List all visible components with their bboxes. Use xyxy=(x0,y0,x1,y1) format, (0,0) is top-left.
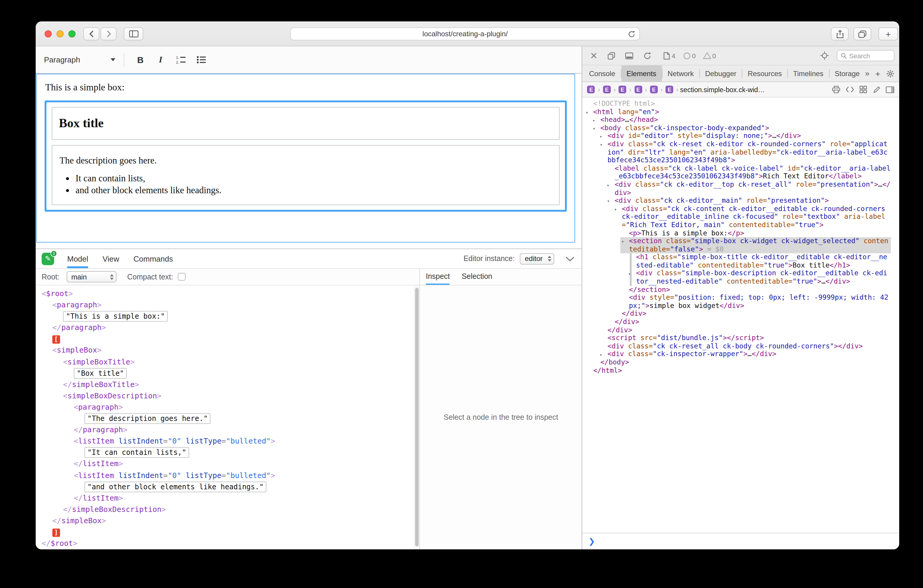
root-select[interactable]: main xyxy=(67,271,117,283)
model-tree-node[interactable]: </listItem> xyxy=(36,458,419,470)
more-tabs-button[interactable]: » xyxy=(865,69,869,78)
forward-button[interactable] xyxy=(100,27,117,40)
zoom-window-button[interactable] xyxy=(68,30,76,38)
layout-grid-button[interactable] xyxy=(859,85,867,94)
compact-text-checkbox[interactable] xyxy=(178,273,186,281)
tab-inspect[interactable]: Inspect xyxy=(426,269,450,285)
tab-debugger[interactable]: Debugger xyxy=(700,66,742,81)
model-tree-node[interactable]: </paragraph> xyxy=(36,424,419,435)
bold-button[interactable]: B xyxy=(130,50,151,69)
inspector-tab-model[interactable]: Model xyxy=(67,249,88,268)
collapse-arrow-icon[interactable]: ▾ xyxy=(621,238,624,246)
collapse-arrow-icon[interactable]: ▾ xyxy=(607,197,610,205)
dom-tree-node[interactable]: </section> xyxy=(583,286,891,294)
scrollbar-thumb[interactable] xyxy=(415,288,419,546)
expand-arrow-icon[interactable]: ▸ xyxy=(600,133,603,141)
italic-button[interactable]: I xyxy=(151,50,171,69)
model-tree-node[interactable]: </simpleBox> xyxy=(36,515,419,526)
expand-arrow-icon[interactable]: ▸ xyxy=(593,117,596,125)
model-tree-node[interactable]: "It can contain lists," xyxy=(36,447,419,458)
warnings-count[interactable]: 0 xyxy=(703,52,716,59)
dom-tree-node[interactable]: </html> xyxy=(583,366,891,374)
details-sidebar-button[interactable] xyxy=(885,86,895,93)
model-tree-node[interactable]: <paragraph> xyxy=(36,401,419,412)
simple-box-description[interactable]: The description goes here. It can contai… xyxy=(52,145,560,205)
tab-elements[interactable]: Elements xyxy=(621,66,662,81)
dom-tree-node[interactable]: <h1 class="simple-box-title ck-editor__e… xyxy=(583,254,891,269)
model-tree-node[interactable]: <listItem listIndent="0" listType="bulle… xyxy=(36,435,419,447)
model-text-node[interactable]: "The description goes here." xyxy=(84,413,211,424)
tab-overview-button[interactable] xyxy=(853,27,871,40)
new-tab-button[interactable]: + xyxy=(879,27,898,40)
dom-tree-node[interactable]: <!DOCTYPE html> xyxy=(583,100,891,108)
breadcrumb-element-badge[interactable]: E xyxy=(634,85,642,94)
breadcrumb-current[interactable]: section.simple-box.ck-wid… xyxy=(680,86,765,93)
dom-tree-node[interactable]: <script src="dist/bundle.js"></script> xyxy=(583,334,891,342)
dom-tree-node[interactable]: ▾<div class="ck ck-editor__main" role="p… xyxy=(583,197,891,205)
dom-tree-node[interactable]: <div style="position: fixed; top: 0px; l… xyxy=(583,294,891,310)
bulleted-list-button[interactable] xyxy=(191,50,211,69)
model-tree-node[interactable]: </simpleBoxDescription> xyxy=(36,504,419,515)
tab-network[interactable]: Network xyxy=(662,66,699,81)
simple-box-widget[interactable]: Box title The description goes here. It … xyxy=(44,100,567,212)
model-tree-node[interactable]: </paragraph> xyxy=(36,322,419,333)
dom-tree-node[interactable]: <label class="ck ck-label ck-voice-label… xyxy=(583,165,891,181)
model-tree-node[interactable]: "This is a simple box:" xyxy=(36,310,419,322)
model-tree-node[interactable]: "The description goes here." xyxy=(36,412,419,424)
inspector-collapse-button[interactable] xyxy=(566,256,575,261)
tab-selection[interactable]: Selection xyxy=(462,269,493,285)
edit-page-button[interactable] xyxy=(872,85,880,94)
dom-tree-node[interactable]: </div> xyxy=(583,318,891,326)
search-input[interactable]: Search xyxy=(837,50,895,61)
inspector-tab-view[interactable]: View xyxy=(103,249,119,268)
breadcrumb-element-badge[interactable]: E xyxy=(650,85,658,94)
detach-inspector-button[interactable] xyxy=(605,49,618,62)
model-tree-node[interactable]: <simpleBoxDescription> xyxy=(36,390,419,401)
dom-tree-node[interactable]: ▾<body class="ck-inspector-body-expanded… xyxy=(583,124,891,132)
expand-arrow-icon[interactable]: ▸ xyxy=(607,181,610,189)
dom-tree-node[interactable]: <div class="ck ck-reset_all ck-body ck-r… xyxy=(583,342,891,350)
model-tree-node[interactable]: ] xyxy=(36,526,419,537)
editor-instance-select[interactable]: editor xyxy=(520,253,555,264)
model-tree-node[interactable]: </listItem> xyxy=(36,492,419,503)
model-tree-scrollbar[interactable] xyxy=(414,286,419,549)
model-tree-node[interactable]: <simpleBox> xyxy=(36,345,419,356)
paragraph-style-dropdown[interactable]: Paragraph xyxy=(44,55,115,64)
expand-arrow-icon[interactable]: ▸ xyxy=(600,351,603,359)
share-button[interactable] xyxy=(831,27,849,40)
dom-tree-node[interactable]: ▸<div class="simple-box-description ck-e… xyxy=(583,269,891,286)
collapse-arrow-icon[interactable]: ▾ xyxy=(614,205,617,214)
model-tree-node[interactable]: "and other block elements like headings.… xyxy=(36,481,419,492)
minimize-window-button[interactable] xyxy=(56,30,64,38)
element-picker-button[interactable] xyxy=(818,49,831,62)
simple-box-title[interactable]: Box title xyxy=(52,107,560,140)
rich-text-editor[interactable]: This is a simple box: Box title The desc… xyxy=(36,74,575,243)
tab-console[interactable]: Console xyxy=(584,66,621,81)
dom-tree-node[interactable]: ▸<div id="editor" style="display: none;"… xyxy=(583,132,891,140)
inspector-tab-commands[interactable]: Commands xyxy=(133,249,173,268)
print-styles-button[interactable] xyxy=(832,85,840,94)
model-tree-node[interactable]: "Box title" xyxy=(36,367,419,378)
dom-tree-node[interactable]: ▾<html lang="en"> xyxy=(583,108,891,116)
settings-button[interactable] xyxy=(886,69,895,77)
breadcrumb-element-badge[interactable]: E xyxy=(619,85,626,94)
dom-tree-node[interactable]: </div> xyxy=(583,326,891,334)
breadcrumb-element-badge[interactable]: E xyxy=(587,85,595,94)
model-tree-node[interactable]: <$root> xyxy=(36,288,419,299)
close-inspector-button[interactable] xyxy=(587,49,600,62)
tab-timelines[interactable]: Timelines xyxy=(788,66,829,81)
quick-console[interactable]: ❯ xyxy=(583,533,899,549)
dom-tree-node[interactable]: ▾<div class="ck ck-reset ck-editor ck-ro… xyxy=(583,140,891,165)
model-tree-node[interactable]: [ xyxy=(36,333,419,345)
dom-tree-node[interactable]: ▾<div class="ck ck-content ck-editor__ed… xyxy=(583,205,891,229)
model-text-node[interactable]: "and other block elements like headings.… xyxy=(84,481,266,492)
dock-inspector-button[interactable] xyxy=(623,49,636,62)
dom-tree-node[interactable]: ▸<div class="ck-inspector-wrapper">…</di… xyxy=(583,350,891,358)
sidebar-toggle-button[interactable] xyxy=(124,27,143,40)
dom-tree-node[interactable]: </div> xyxy=(583,310,891,318)
model-tree-node[interactable]: <listItem listIndent="0" listType="bulle… xyxy=(36,470,419,481)
back-button[interactable] xyxy=(83,27,99,40)
issues-count[interactable]: 0 xyxy=(682,51,696,60)
close-window-button[interactable] xyxy=(44,30,52,38)
show-source-button[interactable] xyxy=(846,86,854,93)
